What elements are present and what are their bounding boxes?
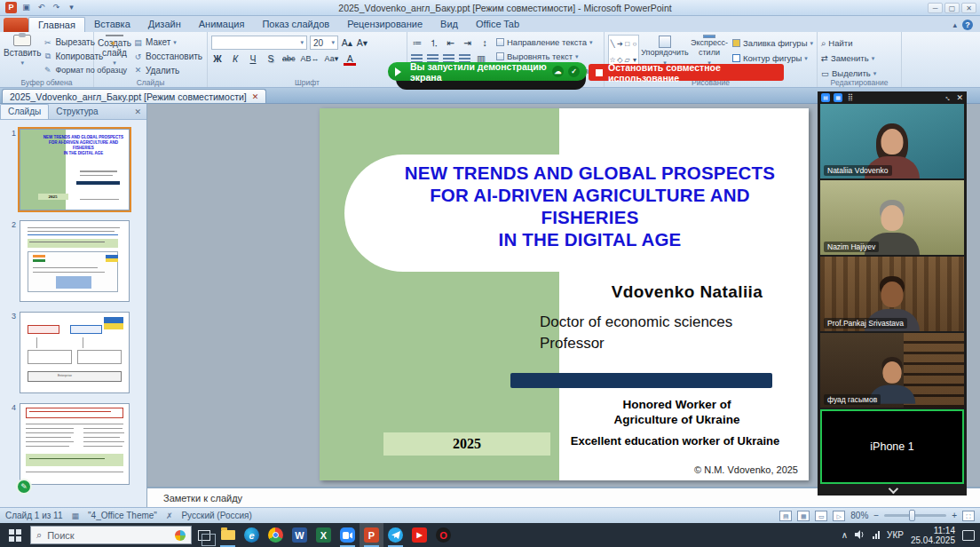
- volume-icon[interactable]: [855, 530, 865, 541]
- normal-view-icon[interactable]: ▤: [779, 511, 792, 521]
- slide-thumbnail-1[interactable]: NEW TRENDS AND GLOBAL PROSPECTS FOR AI-D…: [20, 129, 130, 210]
- stop-share-button[interactable]: Остановить совместное использование: [589, 64, 784, 81]
- text-shadow-button[interactable]: S: [265, 52, 277, 66]
- tab-slideshow[interactable]: Показ слайдов: [253, 17, 338, 32]
- file-explorer-icon[interactable]: [216, 523, 240, 547]
- slide-thumbnail-2[interactable]: [20, 220, 130, 302]
- tab-home[interactable]: Главная: [28, 17, 85, 32]
- bold-button[interactable]: Ж: [211, 52, 224, 66]
- language-indicator[interactable]: Русский (Россия): [181, 511, 251, 520]
- document-tab-close-icon[interactable]: ✕: [252, 92, 259, 101]
- collapse-videos-button[interactable]: [818, 485, 967, 495]
- minimize-button[interactable]: ─: [928, 3, 943, 13]
- zoom-in-button[interactable]: +: [952, 511, 957, 520]
- powerpoint-icon[interactable]: P: [360, 523, 383, 547]
- new-slide-button[interactable]: Создать слайд▾: [98, 35, 131, 76]
- slide-author[interactable]: Vdovenko Nataliia: [571, 282, 803, 302]
- slide-canvas[interactable]: NEW TRENDS AND GLOBAL PROSPECTS FOR AI-D…: [320, 108, 809, 480]
- bullets-icon[interactable]: ≔: [411, 36, 423, 50]
- tab-slides-thumbnails[interactable]: Слайды: [0, 104, 49, 119]
- taskbar-clock[interactable]: 11:14 25.04.2025: [911, 526, 955, 545]
- underline-button[interactable]: Ч: [247, 52, 259, 66]
- youtube-icon[interactable]: ▶: [407, 523, 431, 547]
- paste-button[interactable]: Вставить▾: [4, 35, 41, 76]
- opera-icon[interactable]: O: [431, 523, 455, 547]
- action-center-icon[interactable]: [962, 530, 975, 541]
- italic-button[interactable]: К: [229, 52, 241, 66]
- slide-thumbnail-4[interactable]: [20, 403, 130, 485]
- slideshow-view-icon[interactable]: ▷: [833, 511, 845, 521]
- slide-position[interactable]: Professor: [540, 335, 806, 353]
- document-tab[interactable]: 2025_Vdovenko_англ_Баку.ppt [Режим совме…: [2, 89, 266, 103]
- chrome-icon[interactable]: [264, 523, 288, 547]
- tab-view[interactable]: Вид: [431, 17, 467, 32]
- slide-honor-2[interactable]: Excellent education worker of Ukraine: [535, 434, 809, 448]
- zoom-out-button[interactable]: −: [873, 511, 879, 520]
- delete-slide-button[interactable]: ✕ Удалить: [131, 64, 204, 76]
- video-tile-5-active-speaker[interactable]: iPhone 1: [820, 409, 964, 484]
- word-icon[interactable]: W: [288, 523, 312, 547]
- close-panel-icon[interactable]: ✕: [956, 93, 963, 102]
- slide-honor[interactable]: Honored Worker of Agriculture of Ukraine: [546, 397, 808, 427]
- line-spacing-icon[interactable]: ↕: [478, 36, 491, 50]
- start-button[interactable]: [0, 523, 30, 547]
- tab-animation[interactable]: Анимация: [190, 17, 254, 32]
- redo-icon[interactable]: ↷: [51, 2, 62, 13]
- video-tile-3[interactable]: Prof.Pankaj Srivastava: [820, 257, 964, 331]
- font-size-select[interactable]: 20▾: [310, 36, 338, 50]
- character-spacing-button[interactable]: АВ↔: [301, 52, 320, 66]
- close-button[interactable]: ✕: [961, 3, 976, 13]
- tab-outline[interactable]: Структура: [49, 105, 105, 119]
- speaker-view-icon[interactable]: ▤: [821, 93, 830, 102]
- task-view-icon[interactable]: [192, 523, 216, 547]
- help-icon[interactable]: ?: [962, 20, 973, 30]
- expand-panel-icon[interactable]: ↔: [943, 91, 954, 103]
- tab-insert[interactable]: Вставка: [85, 17, 139, 32]
- tab-office-tab[interactable]: Office Tab: [467, 17, 528, 32]
- tab-design[interactable]: Дизайн: [139, 17, 190, 32]
- gallery-view-icon[interactable]: ▦: [834, 93, 842, 102]
- language-switcher[interactable]: УКР: [887, 530, 904, 540]
- increase-indent-icon[interactable]: ⇥: [462, 36, 474, 50]
- video-tile-1[interactable]: Nataliia Vdovenko: [820, 104, 964, 178]
- telegram-icon[interactable]: [383, 523, 407, 547]
- font-color-button[interactable]: А: [344, 52, 356, 66]
- slide-degree[interactable]: Doctor of economic sciences: [540, 313, 806, 331]
- zoom-slider-thumb[interactable]: [909, 510, 915, 521]
- save-icon[interactable]: ▣: [20, 2, 32, 13]
- video-tile-2[interactable]: Nazim Hajiyev: [820, 180, 964, 255]
- replace-button[interactable]: ⇄ Заменить▾: [821, 52, 897, 65]
- customize-toolbar-icon[interactable]: ▾: [66, 2, 77, 13]
- undo-icon[interactable]: ↶: [36, 2, 47, 13]
- shape-fill-button[interactable]: Заливка фигуры▾: [732, 36, 813, 50]
- collapse-ribbon-icon[interactable]: ▴: [952, 20, 957, 29]
- excel-icon[interactable]: X: [312, 523, 336, 547]
- shrink-font-button[interactable]: А▾: [356, 36, 368, 50]
- spellcheck-icon[interactable]: ✗: [166, 511, 173, 520]
- layout-button[interactable]: ▤ Макет▾: [131, 36, 204, 49]
- font-name-select[interactable]: ▾: [211, 36, 307, 50]
- network-icon[interactable]: [873, 531, 880, 539]
- zoom-icon[interactable]: [336, 523, 360, 547]
- slide-title[interactable]: NEW TRENDS AND GLOBAL PROSPECTS FOR AI-D…: [375, 162, 805, 250]
- file-tab[interactable]: [4, 18, 28, 32]
- reset-button[interactable]: ↺ Восстановить: [131, 51, 204, 63]
- text-direction-button[interactable]: Направление текста▾: [496, 36, 615, 49]
- annotation-pen-button[interactable]: ✎: [16, 479, 32, 495]
- taskbar-search-input[interactable]: ⌕ Поиск: [30, 526, 192, 544]
- change-case-button[interactable]: Аа▾: [325, 52, 339, 66]
- edge-icon[interactable]: e: [240, 523, 264, 547]
- numbering-icon[interactable]: ⒈: [428, 36, 440, 50]
- video-tile-4[interactable]: фуад гасымов: [820, 333, 964, 408]
- grow-font-button[interactable]: А▴: [341, 36, 353, 50]
- strikethrough-button[interactable]: abc: [282, 52, 296, 66]
- panel-close-icon[interactable]: ✕: [129, 107, 146, 119]
- slide-thumbnail-3[interactable]: Enterprise: [20, 312, 130, 393]
- tray-chevron-up-icon[interactable]: ∧: [842, 530, 848, 540]
- tab-review[interactable]: Рецензирование: [338, 17, 431, 32]
- slide-year[interactable]: 2025: [383, 432, 550, 456]
- maximize-button[interactable]: ▢: [944, 3, 960, 13]
- find-button[interactable]: ⌕ Найти: [821, 36, 897, 50]
- powerpoint-logo-icon[interactable]: P: [5, 2, 17, 13]
- slide-sorter-view-icon[interactable]: ▦: [797, 511, 810, 521]
